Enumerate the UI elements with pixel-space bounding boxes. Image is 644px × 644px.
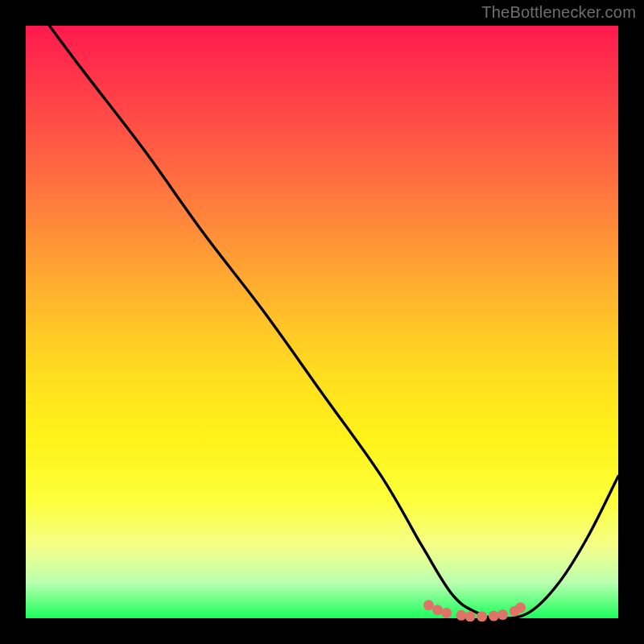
highlight-dot [515, 602, 526, 613]
attribution-text: TheBottlenecker.com [481, 3, 636, 22]
curve-path [49, 26, 618, 618]
chart-container: TheBottlenecker.com [0, 0, 644, 644]
highlight-dot [432, 605, 443, 615]
highlight-dot [456, 610, 467, 621]
chart-svg [26, 26, 618, 618]
highlight-dot [489, 611, 499, 621]
plot-area [26, 26, 618, 618]
highlight-dot [497, 609, 508, 620]
highlight-dot [477, 611, 487, 621]
highlight-dot [441, 608, 452, 618]
highlight-dot [465, 611, 476, 621]
highlight-dot [423, 600, 434, 610]
